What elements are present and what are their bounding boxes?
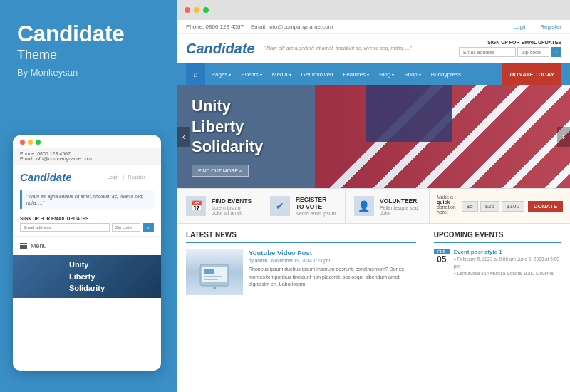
site-logo: Candidate xyxy=(186,41,255,57)
nav-shop[interactable]: Shop ▾ xyxy=(399,63,426,85)
donation-100-button[interactable]: $100 xyxy=(502,201,524,212)
feature-strip: 📅 FIND EVENTS Lorem ipsum dolor sit amet… xyxy=(177,188,570,224)
site-header: Candidate " Nam elit agna,enderit sit am… xyxy=(177,34,570,63)
desktop-chrome-bar xyxy=(177,0,570,20)
mobile-signup-section: SIGN UP FOR EMAIL UPDATES › xyxy=(13,213,161,236)
chrome-dot-green xyxy=(203,7,209,13)
feature-find-events[interactable]: 📅 FIND EVENTS Lorem ipsum dolor sit amet xyxy=(177,189,261,223)
event-item: FEB 05 Event post style 1 ♦ February 5, … xyxy=(434,249,561,277)
donation-label: Make a quick donation here: xyxy=(437,195,456,215)
news-thumbnail xyxy=(186,249,243,295)
nav-pages[interactable]: Pages ▾ xyxy=(207,63,237,85)
upcoming-events: Upcoming Events FEB 05 Event post style … xyxy=(425,231,561,334)
features-chevron-icon: ▾ xyxy=(367,72,369,77)
mobile-chrome-bar xyxy=(13,135,161,148)
hero-flag-blue xyxy=(366,85,452,142)
topbar-email: Email: info@companyname.com xyxy=(251,24,333,30)
site-zip-input[interactable] xyxy=(517,47,549,57)
chrome-dot-yellow xyxy=(194,7,200,13)
nav-blog[interactable]: Blog ▾ xyxy=(374,63,399,85)
nav-events[interactable]: Events ▾ xyxy=(236,63,266,85)
mobile-mockup: Phone: 0800 123 4567 Email: info@company… xyxy=(13,135,161,371)
mobile-dot-yellow xyxy=(28,140,33,145)
site-nav: ⌂ Pages ▾ Events ▾ Media ▾ Get Involved … xyxy=(177,63,570,85)
site-email-input[interactable] xyxy=(459,47,516,57)
site-signup-button[interactable]: › xyxy=(551,47,561,57)
volunteer-text: VOLUNTEER Pellentesque sed dolor xyxy=(380,197,420,215)
hero-title: Unity Liberty Solidarity xyxy=(192,96,263,158)
event-date-box: FEB 05 xyxy=(434,249,450,277)
blog-chevron-icon: ▾ xyxy=(392,72,394,77)
svg-rect-4 xyxy=(204,279,218,280)
topbar-phone: Phone: 0800 123 4567 xyxy=(186,24,244,30)
shop-chevron-icon: ▾ xyxy=(419,72,421,77)
events-chevron-icon: ▾ xyxy=(260,72,262,77)
mobile-email-input[interactable] xyxy=(20,223,110,232)
media-chevron-icon: ▾ xyxy=(289,72,291,77)
svg-rect-3 xyxy=(204,276,222,277)
nav-buddypress[interactable]: Buddypress xyxy=(426,63,466,85)
theme-subtitle: Theme xyxy=(17,48,160,63)
event-title[interactable]: Event post style 1 xyxy=(454,249,561,255)
site-header-right: SIGN UP FOR EMAIL UPDATES › xyxy=(459,40,561,57)
news-post-title[interactable]: Youtube Video Post xyxy=(249,249,416,257)
hamburger-icon xyxy=(20,243,27,249)
nav-features[interactable]: Features ▾ xyxy=(338,63,375,85)
desktop-mockup: Phone: 0800 123 4567 Email: info@company… xyxy=(177,0,570,392)
hero-cta-button[interactable]: FIND OUT MORE » xyxy=(192,165,249,177)
event-month: FEB xyxy=(434,249,450,254)
mobile-dot-red xyxy=(20,140,25,145)
latest-news: Latest news xyxy=(186,231,416,334)
mobile-hero-text: Unity Liberty Solidarity xyxy=(62,255,112,298)
donation-widget: Make a quick donation here: $5 $25 $100 … xyxy=(430,189,570,223)
find-events-icon: 📅 xyxy=(186,196,206,216)
feature-register-to-vote[interactable]: ✔ REGISTER TO VOTE Nemo enim ipsum xyxy=(261,189,346,223)
mobile-hero: Unity Liberty Solidarity xyxy=(13,255,161,298)
mobile-header-row: Candidate Login | Register xyxy=(13,165,161,186)
nav-home-button[interactable]: ⌂ xyxy=(186,63,205,85)
topbar-login[interactable]: Login xyxy=(514,24,528,30)
hero-next-button[interactable]: › xyxy=(557,127,570,147)
hero-prev-button[interactable]: ‹ xyxy=(177,127,190,147)
donation-amounts: $5 $25 $100 DONATE xyxy=(462,201,563,212)
theme-title: Candidate xyxy=(17,21,160,46)
mobile-menu-bar[interactable]: Menu xyxy=(13,236,161,255)
topbar-right: Login | Register xyxy=(514,24,561,30)
hero-content: Unity Liberty Solidarity FIND OUT MORE » xyxy=(177,96,277,177)
event-text: Event post style 1 ♦ February 5, 2023 at… xyxy=(454,249,561,277)
mobile-auth: Login | Register xyxy=(99,175,154,180)
latest-section: Latest news xyxy=(177,224,570,341)
feature-volunteer[interactable]: 👤 VOLUNTEER Pellentesque sed dolor xyxy=(346,189,430,223)
topbar-register[interactable]: Register xyxy=(540,24,561,30)
nav-get-involved[interactable]: Get Involved xyxy=(296,63,338,85)
pages-chevron-icon: ▾ xyxy=(229,72,231,77)
news-excerpt: Rhoncus ipsum duchus ipsum inaorum desru… xyxy=(249,266,416,289)
donation-25-button[interactable]: $25 xyxy=(480,201,499,212)
topbar-left: Phone: 0800 123 4567 Email: info@company… xyxy=(186,24,333,30)
mobile-contact-info: Phone: 0800 123 4567 Email: info@company… xyxy=(13,148,161,165)
event-day: 05 xyxy=(434,254,450,264)
site-wrapper: Phone: 0800 123 4567 Email: info@company… xyxy=(177,20,570,392)
donation-5-button[interactable]: $5 xyxy=(462,201,478,212)
mobile-zip-input[interactable] xyxy=(112,223,140,232)
find-events-text: FIND EVENTS Lorem ipsum dolor sit amet xyxy=(212,197,252,215)
volunteer-icon: 👤 xyxy=(354,196,374,216)
news-thumb-inner xyxy=(186,249,243,295)
nav-donate-button[interactable]: DONATE TODAY xyxy=(502,63,561,85)
left-panel: Candidate Theme By Monkeysan Phone: 0800… xyxy=(0,0,177,392)
mobile-logo: Candidate xyxy=(20,171,72,183)
news-item: Youtube Video Post by admin November 19,… xyxy=(186,249,416,295)
theme-author: By Monkeysan xyxy=(17,67,160,78)
mobile-signup-button[interactable]: › xyxy=(142,223,154,232)
mobile-email-row: › xyxy=(20,223,154,232)
home-icon: ⌂ xyxy=(193,70,198,78)
site-header-quote: " Nam elit agna,enderit sit amet, tincid… xyxy=(264,45,450,52)
topbar-divider: | xyxy=(533,24,534,30)
nav-media[interactable]: Media ▾ xyxy=(267,63,296,85)
latest-news-title: Latest news xyxy=(186,231,416,243)
register-to-vote-text: REGISTER TO VOTE Nemo enim ipsum xyxy=(296,196,336,216)
event-details: ♦ February 5, 2023 at 8:00 am June 5, 20… xyxy=(454,256,561,277)
mobile-quote: " Nam elit agna,enderit sit amet, tincid… xyxy=(20,190,154,209)
donation-donate-button[interactable]: DONATE xyxy=(528,201,563,212)
mobile-dot-green xyxy=(36,140,41,145)
